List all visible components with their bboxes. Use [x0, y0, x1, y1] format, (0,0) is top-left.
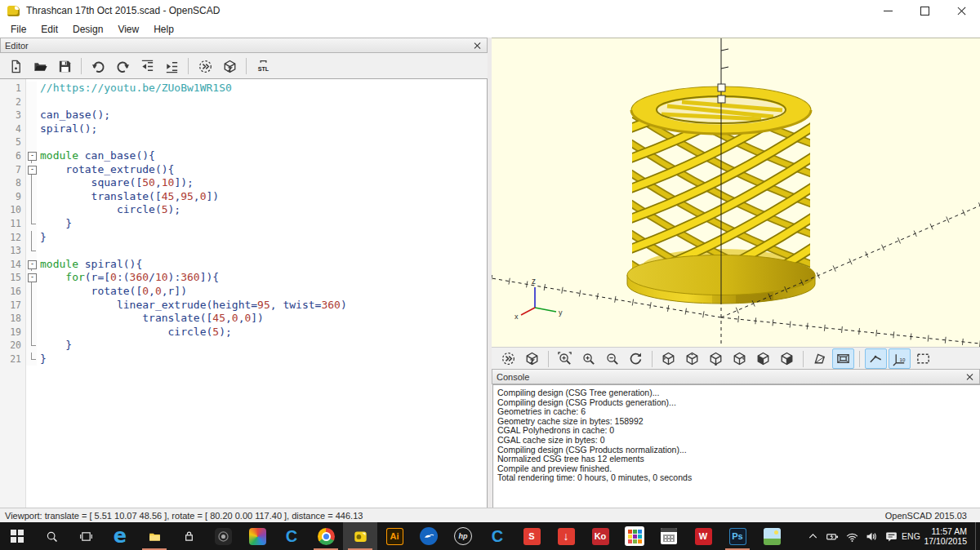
code-line[interactable]: 19 circle(5); [0, 326, 487, 339]
start-button[interactable] [0, 522, 34, 550]
c-app-1[interactable]: C [274, 522, 309, 550]
preview-button[interactable] [194, 55, 216, 78]
render-button[interactable] [521, 348, 543, 369]
menu-item-design[interactable]: Design [65, 22, 110, 37]
show-scale-button[interactable] [912, 348, 934, 369]
media-app[interactable] [240, 522, 274, 550]
code-line[interactable]: 21} [0, 353, 487, 366]
code-line[interactable]: 13 [0, 244, 487, 258]
view-top-button[interactable] [681, 348, 703, 369]
photoshop-app[interactable]: Ps [720, 522, 755, 550]
show-axes-button[interactable]: 10 [889, 348, 911, 369]
store-app[interactable] [172, 522, 206, 550]
close-button[interactable] [943, 0, 980, 21]
fold-marker[interactable]: - [26, 149, 37, 163]
task-view-button[interactable] [69, 522, 103, 550]
show-edges-button[interactable] [865, 348, 887, 369]
save-file-button[interactable] [53, 55, 76, 78]
minimize-button[interactable] [870, 0, 906, 21]
fold-marker[interactable]: - [26, 258, 37, 272]
code-text: circle(5); [37, 326, 232, 339]
reset-view-button[interactable] [625, 348, 647, 369]
redo-button[interactable] [111, 55, 134, 78]
perspective-button[interactable] [808, 348, 831, 369]
maximize-button[interactable] [906, 0, 943, 21]
zoom-in-button[interactable] [577, 348, 599, 369]
fold-marker[interactable]: - [26, 271, 37, 285]
code-line[interactable]: 4spiral(); [0, 122, 487, 136]
new-file-button[interactable] [4, 55, 27, 78]
menu-item-file[interactable]: File [3, 22, 33, 37]
red-app-1[interactable]: Ko [583, 522, 617, 550]
code-line[interactable]: 8 square([50,10]); [0, 176, 487, 190]
hp-app[interactable]: hp [446, 522, 480, 550]
office-app[interactable] [617, 522, 652, 550]
view-front-button[interactable] [752, 348, 774, 369]
tray-volume-icon[interactable] [862, 522, 881, 550]
code-line[interactable]: 18 translate([45,0,0]) [0, 312, 487, 326]
code-line[interactable]: 5 [0, 135, 487, 149]
show-desktop-button[interactable] [975, 522, 980, 550]
unindent-button[interactable] [136, 55, 158, 78]
tray-language[interactable]: ENG [901, 522, 920, 550]
code-line[interactable]: 11 } [0, 217, 487, 231]
wondershare-app[interactable]: S [514, 522, 549, 550]
camera-app[interactable] [206, 522, 240, 550]
menu-item-help[interactable]: Help [146, 22, 181, 37]
menu-item-edit[interactable]: Edit [33, 22, 65, 37]
openscad-app[interactable] [343, 522, 377, 550]
tray-wifi-icon[interactable] [842, 522, 862, 550]
undo-button[interactable] [87, 55, 109, 78]
view-back-button[interactable] [776, 348, 798, 369]
edge-app[interactable]: e [103, 522, 137, 550]
code-line[interactable]: 2 [0, 95, 487, 109]
zoom-all-button[interactable] [554, 348, 576, 369]
code-line[interactable]: 15- for(r=[0:(360/10):360]){ [0, 271, 487, 285]
render-button[interactable] [218, 55, 241, 78]
download-app[interactable]: ↓ [549, 522, 583, 550]
edge-icon: e [114, 526, 127, 546]
code-line[interactable]: 7- rotate_extrude(){ [0, 163, 487, 177]
view-right-button[interactable] [657, 348, 679, 369]
code-line[interactable]: 12} [0, 231, 487, 245]
console-output[interactable]: Compiling design (CSG Tree generation)..… [492, 384, 980, 510]
code-line[interactable]: 10 circle(5); [0, 203, 487, 217]
fold-marker[interactable]: - [26, 163, 37, 177]
viewport-3d[interactable]: z y x [492, 38, 980, 348]
preview-button[interactable] [497, 348, 519, 369]
indent-button[interactable] [160, 55, 183, 78]
code-editor[interactable]: 1//https://youtu.be/ZUoBw1WR1S023can_bas… [0, 78, 488, 509]
export-stl-button[interactable]: STL [252, 55, 274, 78]
openoffice-app[interactable] [412, 522, 446, 550]
c-app-2[interactable]: C [480, 522, 514, 550]
code-line[interactable]: 16 rotate([0,0,r]) [0, 285, 487, 299]
code-line[interactable]: 6-module can_base(){ [0, 149, 487, 163]
chrome-app[interactable] [309, 522, 343, 550]
code-line[interactable]: 14-module spiral(){ [0, 258, 487, 272]
menu-item-view[interactable]: View [110, 22, 146, 37]
zoom-out-button[interactable] [601, 348, 623, 369]
tray-chevron-icon[interactable] [803, 522, 822, 550]
editor-close-button[interactable] [471, 40, 483, 51]
tray-battery-icon[interactable] [822, 522, 842, 550]
illustrator-app[interactable]: Ai [377, 522, 412, 550]
taskbar-clock[interactable]: 11:57 AM17/10/2015 [920, 522, 973, 550]
code-line[interactable]: 20 } [0, 339, 487, 353]
letter-icon: C [492, 527, 503, 545]
axis-scale-marker [718, 95, 725, 103]
save-icon [57, 59, 73, 74]
code-line[interactable]: 17 linear_extrude(height=95, twist=360) [0, 299, 487, 313]
calendar-app[interactable] [652, 522, 686, 550]
code-line[interactable]: 3can_base(); [0, 109, 487, 122]
code-line[interactable]: 1//https://youtu.be/ZUoBw1WR1S0 [0, 82, 487, 95]
code-line[interactable]: 9 translate([45,95,0]) [0, 190, 487, 204]
console-close-button[interactable] [964, 371, 975, 382]
view-bottom-button[interactable] [705, 348, 727, 369]
search-button[interactable] [34, 522, 69, 550]
file-explorer-app[interactable] [137, 522, 172, 550]
open-file-button[interactable] [29, 55, 51, 78]
red-app-2[interactable]: W [686, 522, 720, 550]
photos-app[interactable] [755, 522, 789, 550]
orthogonal-button[interactable] [832, 348, 854, 369]
view-left-button[interactable] [728, 348, 751, 369]
